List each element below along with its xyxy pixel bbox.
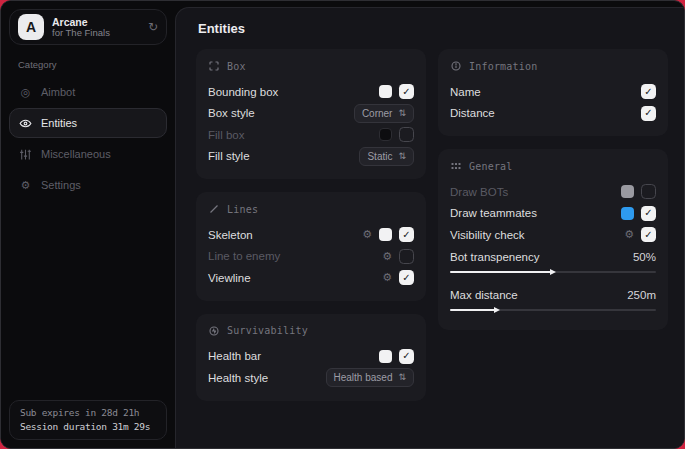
setting-row-draw-bots: Draw BOTs xyxy=(450,181,656,203)
info-icon xyxy=(450,60,462,72)
check-icon: ✓ xyxy=(644,108,652,118)
setting-row-line-to-enemy: Line to enemy ⚙ xyxy=(208,246,414,268)
setting-label: Skeleton xyxy=(208,229,253,241)
section-title: Information xyxy=(469,61,537,72)
setting-row-visibility-check: Visibility check ⚙ ✓ xyxy=(450,224,656,246)
setting-row-fill-box: Fill box xyxy=(208,124,414,146)
information-section: Information Name ✓ Distance xyxy=(438,49,668,136)
setting-label: Draw BOTs xyxy=(450,186,508,198)
slider-thumb[interactable] xyxy=(550,269,556,275)
slider-thumb[interactable] xyxy=(494,307,500,313)
survivability-section: Survivability Health bar ✓ Health style xyxy=(196,314,426,401)
check-icon: ✓ xyxy=(644,87,652,97)
right-column: Information Name ✓ Distance xyxy=(438,49,668,330)
setting-row-distance: Distance ✓ xyxy=(450,103,656,125)
sidebar: A Arcane for The Finals ↻ Category ◎ Aim… xyxy=(1,1,175,448)
sidebar-item-settings[interactable]: ⚙ Settings xyxy=(9,170,167,200)
setting-row-skeleton: Skeleton ⚙ ✓ xyxy=(208,224,414,246)
checkbox[interactable] xyxy=(399,127,414,142)
main-panel: Entities Box xyxy=(175,7,684,448)
setting-label: Draw teammates xyxy=(450,207,537,219)
fill-style-dropdown[interactable]: Static ⇅ xyxy=(359,147,414,166)
checkbox[interactable]: ✓ xyxy=(641,206,656,221)
check-icon: ✓ xyxy=(402,230,410,240)
checkbox[interactable]: ✓ xyxy=(641,84,656,99)
sidebar-item-label: Settings xyxy=(41,179,81,191)
session-duration-text: Session duration 31m 29s xyxy=(20,421,156,432)
setting-label: Viewline xyxy=(208,272,251,284)
sidebar-item-aimbot[interactable]: ◎ Aimbot xyxy=(9,77,167,107)
slider-value: 250m xyxy=(627,289,656,301)
setting-label: Health bar xyxy=(208,350,261,362)
app-logo: A xyxy=(18,14,44,40)
color-swatch[interactable] xyxy=(379,228,392,241)
color-swatch[interactable] xyxy=(379,85,392,98)
setting-label: Line to enemy xyxy=(208,250,280,262)
setting-label: Fill box xyxy=(208,129,244,141)
general-section: General Draw BOTs Draw teammates xyxy=(438,149,668,330)
app-subtitle: for The Finals xyxy=(52,28,110,39)
checkbox[interactable]: ✓ xyxy=(399,270,414,285)
checkbox[interactable]: ✓ xyxy=(641,106,656,121)
setting-row-health-bar: Health bar ✓ xyxy=(208,346,414,368)
checkbox[interactable]: ✓ xyxy=(399,227,414,242)
bounding-box-icon xyxy=(208,60,220,72)
sub-expiry-text: Sub expires in 28d 21h xyxy=(20,407,156,418)
gear-icon[interactable]: ⚙ xyxy=(382,272,392,283)
sidebar-item-label: Aimbot xyxy=(41,86,75,98)
bot-transparency-slider[interactable] xyxy=(450,267,656,277)
check-icon: ✓ xyxy=(402,351,410,361)
checkbox[interactable] xyxy=(641,184,656,199)
sliders-icon xyxy=(19,148,32,161)
sidebar-item-label: Miscellaneous xyxy=(41,148,111,160)
dropdown-value: Static xyxy=(367,151,392,162)
box-style-dropdown[interactable]: Corner ⇅ xyxy=(354,104,414,123)
app-header-card: A Arcane for The Finals ↻ xyxy=(9,9,167,45)
check-icon: ✓ xyxy=(402,87,410,97)
setting-row-viewline: Viewline ⚙ ✓ xyxy=(208,267,414,289)
color-swatch[interactable] xyxy=(621,185,634,198)
checkbox[interactable]: ✓ xyxy=(399,349,414,364)
checkbox[interactable]: ✓ xyxy=(641,227,656,242)
app-meta: Arcane for The Finals xyxy=(52,16,110,39)
lines-section: Lines Skeleton ⚙ ✓ Line to en xyxy=(196,192,426,301)
color-swatch[interactable] xyxy=(379,350,392,363)
refresh-icon[interactable]: ↻ xyxy=(148,20,158,34)
setting-row-health-style: Health style Health based ⇅ xyxy=(208,367,414,389)
color-swatch[interactable] xyxy=(621,207,634,220)
setting-label: Bounding box xyxy=(208,86,278,98)
sidebar-item-entities[interactable]: Entities xyxy=(9,108,167,138)
grid-dots-icon xyxy=(450,160,462,172)
setting-label: Name xyxy=(450,86,481,98)
setting-label: Health style xyxy=(208,372,268,384)
app-window: A Arcane for The Finals ↻ Category ◎ Aim… xyxy=(0,0,685,449)
chevrons-up-down-icon: ⇅ xyxy=(398,152,406,161)
sidebar-item-miscellaneous[interactable]: Miscellaneous xyxy=(9,139,167,169)
checkbox[interactable]: ✓ xyxy=(399,84,414,99)
check-icon: ✓ xyxy=(644,230,652,240)
section-title: Lines xyxy=(227,204,258,215)
setting-row-bot-transparency: Bot transpenency 50% xyxy=(450,247,656,277)
sidebar-item-label: Entities xyxy=(41,117,77,129)
color-swatch[interactable] xyxy=(379,128,392,141)
chevrons-up-down-icon: ⇅ xyxy=(398,109,406,118)
gear-icon[interactable]: ⚙ xyxy=(624,229,634,240)
check-icon: ✓ xyxy=(644,208,652,218)
checkbox[interactable] xyxy=(399,249,414,264)
app-title: Arcane xyxy=(52,16,110,28)
page-title: Entities xyxy=(198,21,668,36)
setting-row-bounding-box: Bounding box ✓ xyxy=(208,81,414,103)
setting-label: Distance xyxy=(450,107,495,119)
max-distance-slider[interactable] xyxy=(450,305,656,315)
gear-icon[interactable]: ⚙ xyxy=(362,229,372,240)
setting-row-max-distance: Max distance 250m xyxy=(450,285,656,315)
gear-icon[interactable]: ⚙ xyxy=(382,251,392,262)
section-title: Survivability xyxy=(227,325,308,336)
heart-pulse-icon xyxy=(208,325,220,337)
health-style-dropdown[interactable]: Health based ⇅ xyxy=(326,368,414,387)
diagonal-line-icon xyxy=(208,203,220,215)
box-section: Box Bounding box ✓ Box style xyxy=(196,49,426,179)
setting-label: Bot transpenency xyxy=(450,251,540,263)
eye-icon xyxy=(19,117,32,130)
section-title: General xyxy=(469,161,513,172)
